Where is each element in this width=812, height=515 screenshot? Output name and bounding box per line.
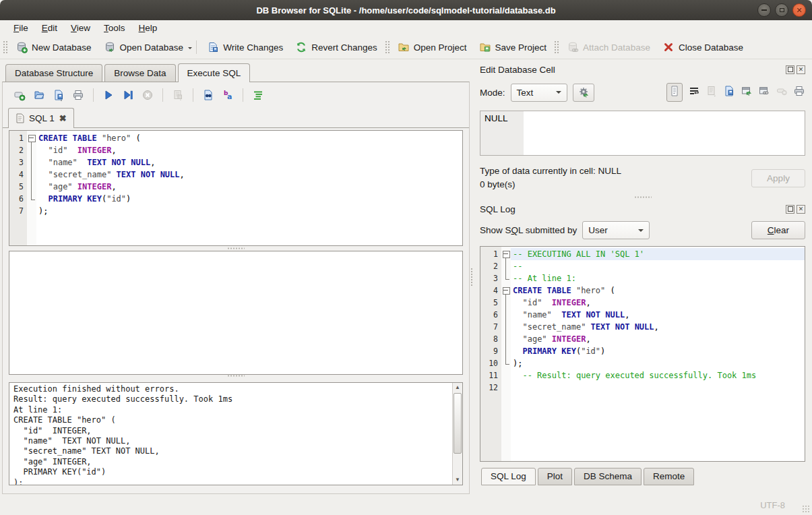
dock-float-icon[interactable]	[786, 205, 794, 214]
execute-sql-pane: ba SQL 1 ✖ 1CREATE TABLE "hero" (2 "id" …	[2, 82, 470, 494]
save-sql-file-icon[interactable]	[50, 87, 67, 103]
text-mode-icon[interactable]	[666, 83, 683, 102]
dock-close-icon[interactable]: ✕	[797, 205, 805, 214]
print-icon[interactable]	[69, 87, 87, 103]
toolbar-drag-handle[interactable]	[385, 40, 390, 54]
window-title: DB Browser for SQLite - /home/user/code/…	[256, 5, 555, 16]
apply-button[interactable]: Apply	[751, 169, 805, 187]
dock-float-icon[interactable]	[786, 65, 794, 74]
title-bar: DB Browser for SQLite - /home/user/code/…	[0, 0, 812, 20]
open-database-button[interactable]: Open Database	[98, 38, 190, 56]
toolbar-drag-handle[interactable]	[3, 40, 8, 54]
open-database-dropdown-icon[interactable]	[188, 47, 192, 51]
chevron-down-icon	[638, 229, 644, 235]
window-controls: ✕	[757, 3, 806, 17]
find-replace-icon[interactable]	[199, 87, 217, 103]
resize-grip-icon[interactable]	[802, 505, 810, 513]
save-project-button[interactable]: Save Project	[473, 38, 553, 56]
dock-tab-sql-log[interactable]: SQL Log	[481, 468, 536, 485]
save-results-icon[interactable]	[169, 87, 187, 103]
fold-marker-icon[interactable]	[501, 321, 511, 333]
fold-marker-icon[interactable]	[501, 248, 511, 260]
auto-completion-icon[interactable]: ba	[219, 87, 237, 103]
dock-splitter[interactable]	[480, 191, 805, 202]
clear-button[interactable]: Clear	[751, 221, 805, 239]
new-database-button[interactable]: New Database	[9, 38, 98, 56]
results-scrollbar[interactable]: ▲ ▼	[452, 383, 462, 485]
fold-marker-icon[interactable]	[27, 132, 36, 144]
fold-marker-icon[interactable]	[501, 284, 511, 297]
tab-browse-data[interactable]: Browse Data	[104, 64, 175, 82]
stop-icon[interactable]	[139, 87, 156, 103]
results-splitter[interactable]	[3, 375, 469, 380]
fold-marker-icon[interactable]	[27, 144, 36, 156]
menu-help[interactable]: Help	[132, 22, 164, 34]
menu-tools[interactable]: Tools	[97, 22, 132, 34]
apply-mode-button[interactable]	[573, 84, 594, 102]
revert-changes-button[interactable]: Revert Changes	[289, 38, 383, 56]
write-changes-button[interactable]: Write Changes	[201, 38, 289, 56]
tab-execute-sql[interactable]: Execute SQL	[178, 63, 251, 82]
menu-edit[interactable]: Edit	[35, 22, 64, 34]
cell-editor-icons	[666, 83, 805, 102]
dock-tab-remote[interactable]: Remote	[644, 468, 694, 485]
sql-log-view: 1-- EXECUTING ALL IN 'SQL 1'2--3-- At li…	[480, 246, 805, 462]
fold-marker-icon[interactable]	[27, 193, 36, 205]
scrollbar-thumb[interactable]	[454, 393, 462, 454]
fold-marker-icon[interactable]	[27, 156, 36, 169]
new-sql-tab-icon[interactable]	[11, 87, 28, 103]
open-sql-file-icon[interactable]	[30, 87, 48, 103]
export-data-icon[interactable]	[723, 85, 735, 100]
dock-tab-db-schema[interactable]: DB Schema	[574, 468, 642, 485]
menu-bar: File Edit View Tools Help	[0, 20, 812, 36]
execute-all-icon[interactable]	[100, 87, 117, 103]
fold-marker-icon[interactable]	[27, 169, 36, 181]
tab-database-structure[interactable]: Database Structure	[5, 64, 102, 82]
fold-marker-icon[interactable]	[501, 297, 511, 309]
execution-message-text: Execution finished without errors. Resul…	[9, 383, 462, 485]
dock-tab-plot[interactable]: Plot	[538, 468, 572, 485]
submitter-select[interactable]: User	[582, 221, 650, 239]
open-project-button[interactable]: Open Project	[392, 38, 473, 56]
scroll-up-icon[interactable]: ▲	[453, 383, 462, 392]
mode-select[interactable]: Text	[511, 84, 567, 102]
mode-label: Mode:	[480, 88, 505, 98]
format-sql-icon[interactable]	[249, 87, 267, 103]
link-data-icon[interactable]	[758, 85, 770, 100]
menu-view[interactable]: View	[64, 22, 97, 34]
scroll-down-icon[interactable]: ▼	[453, 475, 462, 485]
word-wrap-icon[interactable]	[688, 85, 700, 100]
execute-line-icon[interactable]	[119, 87, 137, 103]
dock-close-icon[interactable]: ✕	[797, 65, 805, 74]
toolbar-drag-handle[interactable]	[554, 40, 559, 54]
fold-marker-icon[interactable]	[501, 260, 511, 272]
fold-marker-icon[interactable]	[501, 357, 511, 369]
fold-margin	[501, 382, 511, 394]
code-line: 7 "secret_name" TEXT NOT NULL,	[480, 321, 805, 333]
fold-marker-icon[interactable]	[501, 333, 511, 345]
code-line: 11 -- Result: query executed successfull…	[480, 369, 805, 382]
sql-tab[interactable]: SQL 1 ✖	[8, 108, 74, 128]
fold-marker-icon[interactable]	[501, 309, 511, 321]
fold-marker-icon[interactable]	[501, 345, 511, 357]
editor-splitter[interactable]	[3, 246, 469, 251]
import-data-icon[interactable]	[706, 85, 718, 100]
close-icon[interactable]: ✕	[792, 3, 806, 17]
open-external-icon[interactable]	[741, 85, 753, 100]
menu-file[interactable]: File	[7, 22, 35, 34]
minimize-icon[interactable]	[757, 3, 771, 17]
code-line: 10);	[480, 357, 805, 369]
sql-editor[interactable]: 1CREATE TABLE "hero" (2 "id" INTEGER,3 "…	[9, 130, 463, 246]
sql-tab-close-icon[interactable]: ✖	[59, 113, 67, 123]
panel-splitter[interactable]	[470, 59, 474, 494]
cell-value-editor[interactable]: NULL	[480, 111, 805, 156]
close-database-button[interactable]: Close Database	[656, 38, 749, 56]
maximize-icon[interactable]	[775, 3, 788, 17]
fold-marker-icon[interactable]	[27, 181, 36, 193]
fold-marker-icon[interactable]	[501, 272, 511, 284]
attach-database-button[interactable]: Attach Database	[561, 38, 656, 56]
print-cell-icon[interactable]	[793, 85, 805, 100]
code-line: 6 PRIMARY KEY("id")	[9, 193, 462, 205]
code-line: 6 "name" TEXT NOT NULL,	[480, 309, 805, 321]
set-null-icon[interactable]	[776, 85, 788, 100]
